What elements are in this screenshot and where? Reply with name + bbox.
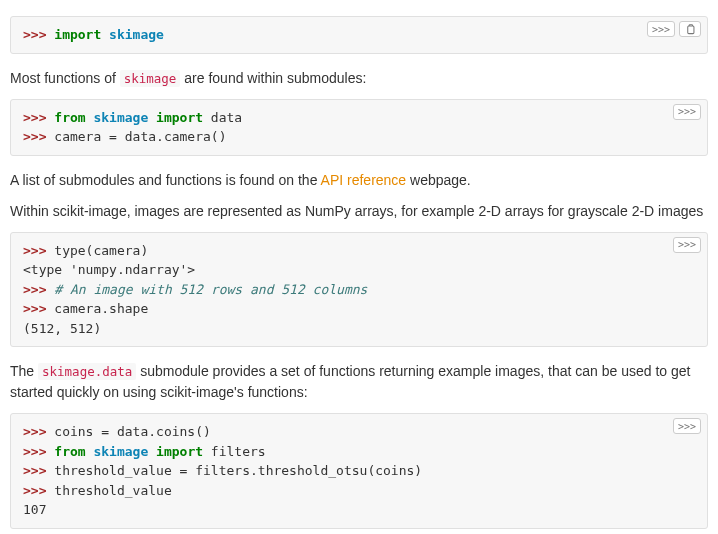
code-block-2: >>> >>> from skimage import data >>> cam… — [10, 99, 708, 156]
output-text: 107 — [23, 502, 46, 517]
module-name: skimage — [109, 27, 164, 42]
toggle-prompt-button[interactable]: >>> — [673, 237, 701, 253]
output-text: (512, 512) — [23, 321, 101, 336]
space — [101, 27, 109, 42]
prompt: >>> — [23, 129, 54, 144]
comment: # An image with 512 rows and 512 columns — [54, 282, 367, 297]
text: are found within submodules: — [180, 70, 366, 86]
code-line: >>> threshold_value = filters.threshold_… — [23, 461, 695, 481]
output-text: <type 'numpy.ndarray'> — [23, 262, 195, 277]
code-text: camera = data.camera() — [54, 129, 226, 144]
code-line: >>> import skimage — [23, 25, 695, 45]
keyword: import — [156, 110, 203, 125]
toggle-prompt-button[interactable]: >>> — [647, 21, 675, 37]
code-block-4: >>> >>> coins = data.coins() >>> from sk… — [10, 413, 708, 529]
space — [148, 110, 156, 125]
prompt: >>> — [23, 444, 54, 459]
code-line: >>> # An image with 512 rows and 512 col… — [23, 280, 695, 300]
prompt: >>> — [23, 463, 54, 478]
toggle-prompt-button[interactable]: >>> — [673, 418, 701, 434]
prompt: >>> — [23, 243, 54, 258]
code-text: threshold_value — [54, 483, 171, 498]
svg-rect-0 — [687, 26, 693, 34]
code-line: >>> camera.shape — [23, 299, 695, 319]
api-reference-link[interactable]: API reference — [321, 172, 407, 188]
code-line: >>> type(camera) — [23, 241, 695, 261]
prose-text: Most functions of skimage are found with… — [10, 68, 708, 89]
keyword: from — [54, 444, 85, 459]
code-line: >>> threshold_value — [23, 481, 695, 501]
prose-text: Within scikit-image, images are represen… — [10, 201, 708, 222]
toggle-prompt-button[interactable]: >>> — [673, 104, 701, 120]
text: Most functions of — [10, 70, 120, 86]
code-text: camera.shape — [54, 301, 148, 316]
output-line: <type 'numpy.ndarray'> — [23, 260, 695, 280]
prose-text: A list of submodules and functions is fo… — [10, 170, 708, 191]
code-block-3: >>> >>> type(camera) <type 'numpy.ndarra… — [10, 232, 708, 348]
code-text: filters — [203, 444, 266, 459]
text: The — [10, 363, 38, 379]
code-block-1: >>> >>> import skimage — [10, 16, 708, 54]
code-actions: >>> — [647, 21, 701, 37]
text: A list of submodules and functions is fo… — [10, 172, 321, 188]
inline-code: skimage.data — [38, 363, 136, 380]
prompt: >>> — [23, 483, 54, 498]
prompt: >>> — [23, 110, 54, 125]
prompt: >>> — [23, 27, 54, 42]
code-text: threshold_value = filters.threshold_otsu… — [54, 463, 422, 478]
prompt: >>> — [23, 424, 54, 439]
code-text: type(camera) — [54, 243, 148, 258]
text: webpage. — [406, 172, 471, 188]
module-name: skimage — [93, 110, 148, 125]
prose-text: The skimage.data submodule provides a se… — [10, 361, 708, 403]
keyword: from — [54, 110, 85, 125]
code-line: >>> camera = data.camera() — [23, 127, 695, 147]
output-line: (512, 512) — [23, 319, 695, 339]
code-line: >>> from skimage import filters — [23, 442, 695, 462]
code-line: >>> from skimage import data — [23, 108, 695, 128]
prompt: >>> — [23, 301, 54, 316]
space — [148, 444, 156, 459]
keyword: import — [156, 444, 203, 459]
code-actions: >>> — [673, 418, 701, 434]
prompt: >>> — [23, 282, 54, 297]
code-text: coins = data.coins() — [54, 424, 211, 439]
code-actions: >>> — [673, 104, 701, 120]
module-name: skimage — [93, 444, 148, 459]
clipboard-icon — [685, 24, 696, 35]
code-text: data — [203, 110, 242, 125]
keyword: import — [54, 27, 101, 42]
inline-code: skimage — [120, 70, 181, 87]
code-line: >>> coins = data.coins() — [23, 422, 695, 442]
code-actions: >>> — [673, 237, 701, 253]
copy-button[interactable] — [679, 21, 701, 37]
output-line: 107 — [23, 500, 695, 520]
